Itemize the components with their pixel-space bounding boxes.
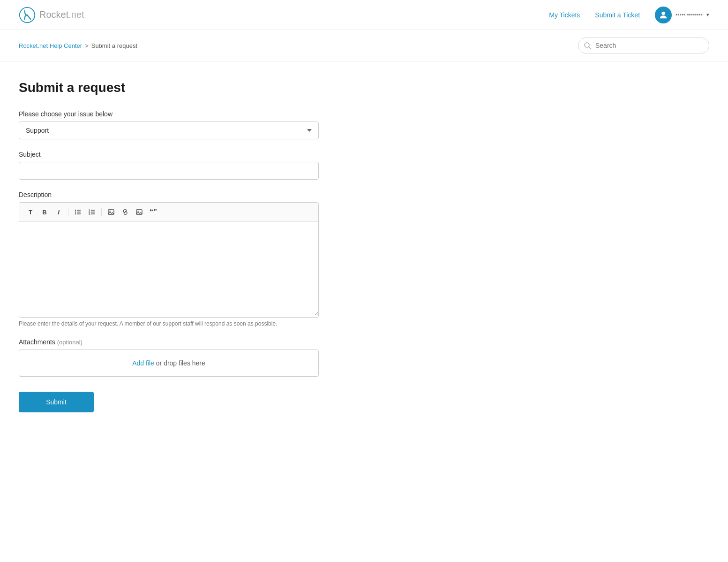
chevron-down-icon: ▾ (706, 12, 709, 18)
attachments-group: Attachments (optional) Add file or drop … (19, 338, 356, 377)
issue-type-group: Please choose your issue below Support B… (19, 110, 356, 139)
toolbar-link-btn[interactable] (119, 205, 132, 219)
page-title: Submit a request (19, 80, 356, 95)
description-group: Description T B I (19, 191, 356, 327)
toolbar-divider-1 (68, 208, 68, 216)
add-file-link[interactable]: Add file (132, 359, 154, 367)
toolbar-image-placeholder-btn[interactable] (105, 205, 118, 219)
nav-area: My Tickets Submit a Ticket ••••• •••••••… (549, 7, 709, 23)
toolbar-bold-btn[interactable]: B (38, 205, 51, 219)
main-content: Submit a request Please choose your issu… (0, 61, 375, 442)
user-menu[interactable]: ••••• •••••••• ▾ (655, 7, 709, 23)
toolbar-unordered-list-btn[interactable] (71, 205, 84, 219)
toolbar-inline-image-btn[interactable] (133, 205, 146, 219)
svg-point-6 (75, 212, 76, 213)
svg-text:3.: 3. (89, 213, 91, 215)
search-container (578, 38, 709, 53)
svg-point-19 (137, 211, 138, 212)
logo-brand: Rocket.net (39, 9, 84, 20)
toolbar-italic-btn[interactable]: I (52, 205, 65, 219)
toolbar-ordered-list-btn[interactable]: 1. 2. 3. (85, 205, 98, 219)
description-textarea[interactable] (19, 222, 318, 316)
toolbar-text-btn[interactable]: T (24, 205, 37, 219)
logo-icon (19, 7, 36, 23)
svg-point-17 (109, 211, 110, 212)
user-name-label: ••••• •••••••• (675, 12, 703, 18)
svg-rect-18 (136, 210, 142, 214)
breadcrumb-home-link[interactable]: Rocket.net Help Center (19, 42, 82, 49)
submit-group: Submit (19, 392, 356, 412)
issue-type-label: Please choose your issue below (19, 110, 356, 118)
sub-header: Rocket.net Help Center > Submit a reques… (0, 30, 728, 61)
logo-area: Rocket.net (19, 7, 84, 23)
subject-input[interactable] (19, 162, 319, 180)
toolbar-divider-2 (101, 208, 102, 216)
svg-line-3 (589, 47, 591, 49)
svg-point-1 (661, 11, 665, 15)
description-hint: Please enter the details of your request… (19, 320, 356, 327)
svg-rect-16 (108, 210, 114, 214)
attachments-drop-zone[interactable]: Add file or drop files here (19, 349, 319, 377)
toolbar-quote-btn[interactable]: “” (147, 205, 160, 219)
breadcrumb-separator: > (85, 42, 89, 49)
my-tickets-nav-link[interactable]: My Tickets (549, 11, 580, 19)
drop-files-label: or drop files here (154, 359, 205, 367)
submit-ticket-nav-link[interactable]: Submit a Ticket (595, 11, 640, 19)
header: Rocket.net My Tickets Submit a Ticket ••… (0, 0, 728, 30)
editor-toolbar: T B I (19, 203, 318, 222)
search-input[interactable] (578, 38, 709, 53)
issue-type-select[interactable]: Support Billing Technical Issue Other (19, 122, 319, 139)
attachments-optional-label: (optional) (57, 339, 83, 346)
attachments-label: Attachments (optional) (19, 338, 356, 346)
submit-button[interactable]: Submit (19, 392, 94, 412)
subject-group: Subject (19, 151, 356, 180)
avatar (655, 7, 672, 23)
search-icon (584, 42, 591, 49)
description-editor: T B I (19, 202, 319, 318)
description-label: Description (19, 191, 356, 198)
svg-point-4 (75, 210, 76, 211)
svg-point-8 (75, 213, 76, 214)
submit-request-form: Please choose your issue below Support B… (19, 110, 356, 412)
breadcrumb-current: Submit a request (91, 42, 137, 49)
subject-label: Subject (19, 151, 356, 158)
breadcrumb: Rocket.net Help Center > Submit a reques… (19, 42, 137, 49)
